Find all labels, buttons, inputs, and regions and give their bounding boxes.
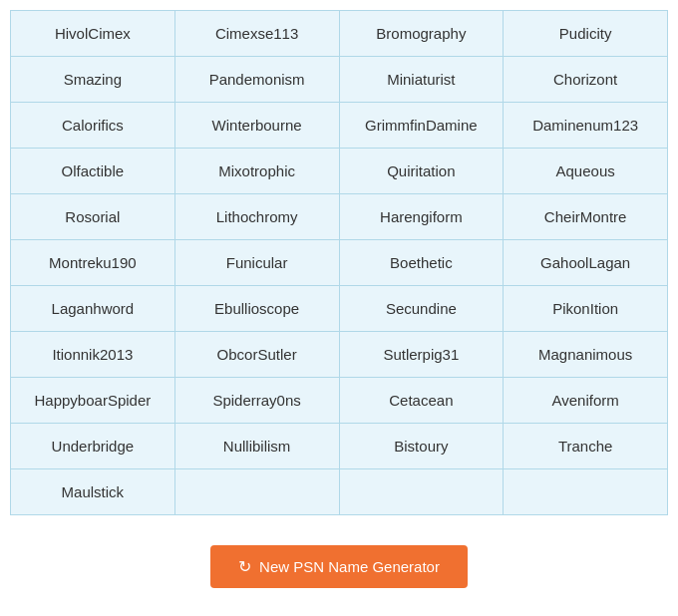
grid-item	[504, 469, 668, 515]
grid-item: Sutlerpig31	[340, 332, 505, 378]
grid-item: Funicular	[175, 240, 340, 286]
grid-item: Olfactible	[11, 149, 175, 194]
grid-item: Quiritation	[340, 149, 505, 194]
new-psn-button[interactable]: ↻ New PSN Name Generator	[210, 545, 468, 588]
grid-item: Maulstick	[11, 469, 175, 515]
grid-item	[340, 469, 505, 515]
refresh-icon: ↻	[238, 557, 251, 576]
grid-item: Aveniform	[504, 378, 668, 424]
grid-item: Ebullioscope	[175, 286, 340, 332]
grid-item: Aqueous	[504, 149, 668, 194]
grid-item: Calorifics	[11, 103, 175, 149]
grid-item: Bistoury	[340, 424, 505, 469]
grid-item: Nullibilism	[175, 424, 340, 469]
grid-item: Daminenum123	[504, 103, 668, 149]
grid-item: Magnanimous	[504, 332, 668, 378]
grid-item: Underbridge	[11, 424, 175, 469]
grid-item: Spiderray0ns	[175, 378, 340, 424]
grid-item: Miniaturist	[340, 57, 505, 103]
grid-item: Cetacean	[340, 378, 505, 424]
grid-item: Cimexse113	[175, 11, 340, 57]
grid-item: Laganhword	[11, 286, 175, 332]
grid-item: PikonItion	[504, 286, 668, 332]
grid-item: HivolCimex	[11, 11, 175, 57]
grid-item: Winterbourne	[175, 103, 340, 149]
grid-item: ObcorSutler	[175, 332, 340, 378]
name-grid: HivolCimexCimexse113BromographyPudicityS…	[10, 10, 668, 515]
grid-item: Boethetic	[340, 240, 505, 286]
button-container: ↻ New PSN Name Generator	[210, 545, 468, 588]
grid-item: GahoolLagan	[504, 240, 668, 286]
grid-item: CheirMontre	[504, 194, 668, 240]
grid-item: Itionnik2013	[11, 332, 175, 378]
grid-item: Montreku190	[11, 240, 175, 286]
grid-item: GrimmfinDamine	[340, 103, 505, 149]
grid-item: Pandemonism	[175, 57, 340, 103]
grid-item: Lithochromy	[175, 194, 340, 240]
grid-item: HappyboarSpider	[11, 378, 175, 424]
grid-item	[175, 469, 340, 515]
grid-item: Smazing	[11, 57, 175, 103]
new-psn-button-label: New PSN Name Generator	[259, 558, 440, 575]
grid-item: Tranche	[504, 424, 668, 469]
grid-item: Pudicity	[504, 11, 668, 57]
grid-item: Rosorial	[11, 194, 175, 240]
grid-item: Secundine	[340, 286, 505, 332]
grid-item: Mixotrophic	[175, 149, 340, 194]
grid-item: Chorizont	[504, 57, 668, 103]
grid-item: Harengiform	[340, 194, 505, 240]
grid-item: Bromography	[340, 11, 505, 57]
